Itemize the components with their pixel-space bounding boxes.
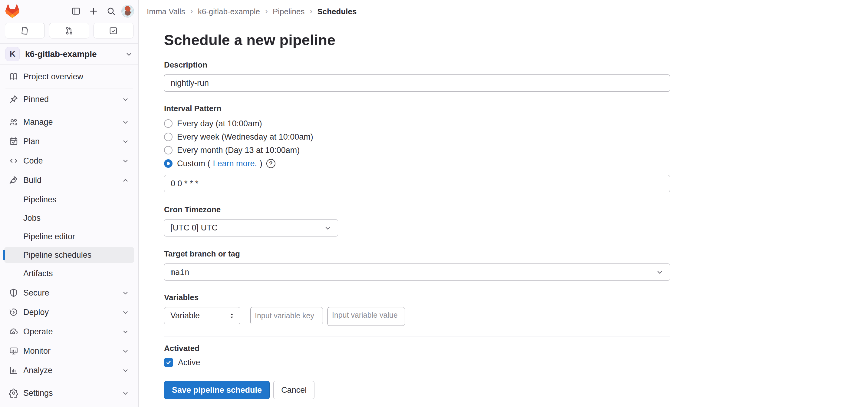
- gear-icon: [9, 388, 18, 398]
- breadcrumb-separator: ›: [265, 6, 268, 17]
- sidebar-subitem-label: Pipeline schedules: [23, 251, 91, 260]
- chevron-up-icon: [122, 177, 129, 184]
- learn-more-link[interactable]: Learn more.: [213, 159, 257, 168]
- sidebar-item-artifacts[interactable]: Artifacts: [4, 266, 134, 281]
- save-pipeline-schedule-button[interactable]: Save pipeline schedule: [164, 381, 270, 399]
- sidebar-item-label: Project overview: [23, 72, 129, 82]
- nav-divider: [5, 111, 133, 111]
- sidebar-item-label: Analyze: [23, 366, 117, 375]
- sidebar-item-label: Code: [23, 156, 117, 166]
- breadcrumb-pipelines[interactable]: Pipelines: [273, 7, 305, 16]
- users-icon: [9, 117, 18, 126]
- pin-icon: [9, 95, 18, 104]
- interval-options: Every day (at 10:00am) Every week (Wedne…: [164, 117, 671, 170]
- sidebar: K k6-gitlab-example Project overview Pin…: [0, 0, 138, 407]
- radio-icon[interactable]: [164, 119, 173, 128]
- sidebar-item-label: Operate: [23, 327, 117, 337]
- sidebar-item-jobs[interactable]: Jobs: [4, 210, 134, 226]
- merge-requests-button[interactable]: [49, 23, 89, 38]
- user-avatar[interactable]: [121, 5, 134, 18]
- sidebar-nav: Project overview Pinned Manage: [0, 65, 138, 407]
- sidebar-item-label: Build: [23, 176, 117, 185]
- calendar-check-icon: [9, 137, 18, 146]
- breadcrumb-user[interactable]: Imma Valls: [147, 7, 185, 16]
- rocket-icon: [9, 176, 18, 185]
- sidebar-item-analyze[interactable]: Analyze: [4, 362, 134, 378]
- breadcrumb-project[interactable]: k6-gitlab-example: [198, 7, 260, 16]
- chevron-down-icon: [125, 50, 133, 58]
- chevron-down-icon: [656, 268, 664, 276]
- chevron-down-icon: [324, 224, 332, 232]
- active-checkbox-row[interactable]: Active: [164, 357, 671, 368]
- sidebar-item-pipeline-schedules[interactable]: Pipeline schedules: [4, 247, 134, 263]
- radio-every-month[interactable]: Every month (Day 13 at 10:00am): [164, 144, 671, 157]
- project-switcher[interactable]: K k6-gitlab-example: [0, 43, 138, 65]
- sidebar-item-operate[interactable]: Operate: [4, 324, 134, 340]
- chevron-down-icon: [122, 347, 129, 355]
- app-window: K k6-gitlab-example Project overview Pin…: [0, 0, 868, 407]
- section-divider: [164, 336, 670, 337]
- sidebar-item-settings[interactable]: Settings: [4, 385, 134, 401]
- sidebar-item-code[interactable]: Code: [4, 153, 134, 169]
- variable-value-input[interactable]: [328, 307, 405, 326]
- sidebar-subitem-label: Pipeline editor: [23, 232, 75, 241]
- sidebar-item-pipelines[interactable]: Pipelines: [4, 192, 134, 207]
- sidebar-item-label: Monitor: [23, 346, 117, 356]
- issues-icon: [21, 26, 29, 35]
- project-avatar: K: [5, 47, 20, 61]
- cloud-pod-icon: [9, 327, 18, 336]
- radio-every-week[interactable]: Every week (Wednesday at 10:00am): [164, 130, 671, 144]
- radio-icon-selected[interactable]: [164, 159, 173, 168]
- code-icon: [9, 156, 18, 165]
- radio-icon[interactable]: [164, 146, 173, 154]
- sidebar-item-plan[interactable]: Plan: [4, 134, 134, 149]
- sidebar-toggle-icon[interactable]: [69, 4, 83, 19]
- sidebar-item-monitor[interactable]: Monitor: [4, 343, 134, 359]
- plus-icon[interactable]: [86, 4, 101, 19]
- shortcut-pills: [0, 22, 138, 43]
- branch-dropdown[interactable]: main: [164, 263, 670, 281]
- chevron-down-icon: [122, 138, 129, 145]
- cancel-button[interactable]: Cancel: [273, 381, 314, 399]
- sidebar-subitem-label: Artifacts: [23, 269, 53, 278]
- activated-label: Activated: [164, 344, 671, 353]
- sidebar-item-build[interactable]: Build: [4, 172, 134, 188]
- chevron-down-icon: [122, 309, 129, 316]
- help-icon[interactable]: ?: [266, 159, 275, 168]
- sidebar-item-label: Settings: [23, 388, 117, 398]
- top-bar: [0, 0, 138, 22]
- cron-pattern-input[interactable]: [164, 175, 670, 192]
- sidebar-item-pipeline-editor[interactable]: Pipeline editor: [4, 229, 134, 244]
- sidebar-item-label: Manage: [23, 117, 117, 127]
- sidebar-item-label: Deploy: [23, 308, 117, 317]
- radio-icon[interactable]: [164, 133, 173, 141]
- breadcrumb-separator: ›: [309, 6, 312, 17]
- gitlab-logo-icon[interactable]: [5, 4, 19, 18]
- project-icon: [9, 72, 18, 81]
- search-icon[interactable]: [104, 4, 118, 19]
- variables-label: Variables: [164, 293, 671, 302]
- radio-every-day[interactable]: Every day (at 10:00am): [164, 117, 671, 130]
- sidebar-item-pinned[interactable]: Pinned: [4, 91, 134, 107]
- variable-type-select[interactable]: Variable: [164, 307, 240, 324]
- sidebar-item-secure[interactable]: Secure: [4, 285, 134, 301]
- sidebar-item-deploy[interactable]: Deploy: [4, 304, 134, 320]
- variable-key-input[interactable]: [250, 307, 323, 324]
- checkbox-checked-icon[interactable]: [164, 358, 173, 367]
- issues-button[interactable]: [5, 23, 45, 38]
- bar-chart-icon: [9, 366, 18, 375]
- description-label: Description: [164, 60, 671, 70]
- chevron-down-icon: [122, 389, 129, 397]
- breadcrumb-separator: ›: [190, 6, 193, 17]
- sidebar-item-manage[interactable]: Manage: [4, 114, 134, 130]
- nav-divider: [5, 382, 133, 382]
- todo-check-icon: [109, 26, 118, 35]
- page-title: Schedule a new pipeline: [164, 31, 671, 49]
- timezone-dropdown[interactable]: [UTC 0] UTC: [164, 219, 338, 236]
- sidebar-subitem-label: Jobs: [23, 213, 40, 223]
- radio-custom[interactable]: Custom ( Learn more. ) ?: [164, 157, 671, 170]
- sidebar-item-project-overview[interactable]: Project overview: [4, 69, 134, 85]
- description-input[interactable]: [164, 75, 670, 92]
- todo-button[interactable]: [94, 23, 133, 38]
- branch-value: main: [170, 268, 189, 277]
